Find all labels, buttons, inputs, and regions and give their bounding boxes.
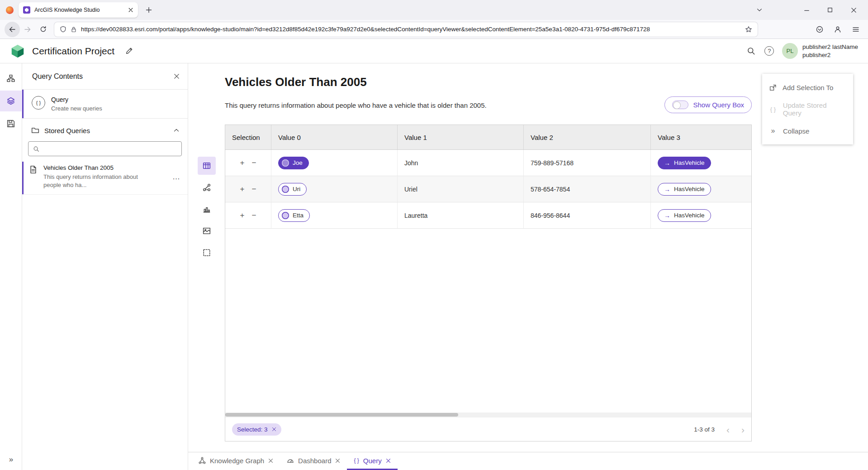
user-name: publisher2 lastName (802, 43, 858, 51)
close-panel-icon[interactable] (174, 73, 180, 79)
url-bar[interactable]: https://dev0028833.esri.com/portal/apps/… (54, 22, 758, 37)
menu-item-add-selection-to[interactable]: Add Selection To (762, 77, 853, 98)
link-chart-view-button[interactable] (198, 178, 216, 197)
clear-selection-icon[interactable] (272, 427, 276, 432)
column-header[interactable]: Value 2 (524, 125, 651, 149)
show-query-box-toggle[interactable]: Show Query Box (664, 96, 752, 113)
remove-from-selection-button[interactable]: − (252, 159, 256, 167)
braces-icon: { } (32, 96, 45, 110)
query-description: This query returns information about peo… (225, 101, 487, 109)
menu-item-update-stored-query[interactable]: { } Update Stored Query (762, 98, 853, 120)
account-icon (834, 26, 841, 33)
overflow-menu-icon[interactable]: … (172, 173, 180, 182)
stored-query-item[interactable]: Vehicles Older Than 2005 This query retu… (22, 163, 188, 195)
new-query-item[interactable]: { } Query Create new queries (22, 90, 188, 119)
table-view-button[interactable] (198, 157, 216, 175)
chevron-up-icon[interactable] (173, 127, 180, 134)
tab-knowledge-graph[interactable]: Knowledge Graph (192, 452, 280, 470)
url-text[interactable]: https://dev0028833.esri.com/portal/apps/… (81, 26, 741, 33)
rail-item-save[interactable] (0, 113, 22, 134)
help-button[interactable]: ? (760, 42, 778, 60)
shield-icon[interactable] (60, 26, 66, 33)
new-tab-button[interactable] (142, 3, 156, 17)
project-title: Certification Project (32, 46, 114, 57)
cell-value-1: Uriel (398, 176, 524, 202)
new-query-title: Query (51, 96, 102, 103)
user-info[interactable]: publisher2 lastName publisher2 (802, 43, 858, 59)
pocket-button[interactable] (812, 22, 827, 37)
minimize-button[interactable] (797, 2, 816, 18)
rail-item-contents[interactable] (0, 91, 22, 111)
user-avatar[interactable]: PL (782, 43, 798, 59)
chart-view-button[interactable] (198, 200, 216, 218)
reload-button[interactable] (35, 22, 51, 37)
close-tab-icon[interactable] (268, 458, 273, 463)
entity-pill[interactable]: Uri (278, 183, 307, 196)
toggle-switch-icon[interactable] (672, 101, 688, 109)
query-document-icon (29, 165, 38, 174)
selected-count-chip[interactable]: Selected: 3 (232, 423, 281, 436)
forward-button[interactable] (20, 22, 35, 37)
add-to-selection-button[interactable]: + (240, 185, 245, 193)
plus-icon (146, 7, 152, 13)
browser-window: ArcGIS Knowledge Studio (0, 0, 868, 470)
add-to-selection-button[interactable]: + (240, 159, 245, 167)
pagination-range: 1-3 of 3 (694, 426, 715, 433)
close-window-button[interactable] (844, 2, 863, 18)
tab-close-icon[interactable] (128, 7, 133, 13)
maximize-button[interactable] (820, 2, 840, 18)
select-tool-button[interactable] (198, 244, 216, 262)
relationship-pill[interactable]: → HasVehicle (658, 157, 711, 169)
show-query-box-label: Show Query Box (693, 101, 744, 109)
result-view-toolbar (198, 157, 216, 262)
entity-pill[interactable]: Joe (278, 157, 309, 169)
stored-queries-header[interactable]: Stored Queries (22, 119, 188, 139)
edit-pencil-icon[interactable] (125, 47, 133, 55)
column-header[interactable]: Value 3 (651, 125, 751, 149)
selection-context-menu: Add Selection To { } Update Stored Query… (762, 74, 853, 144)
scrollbar-thumb[interactable] (225, 413, 458, 417)
remove-from-selection-button[interactable]: − (252, 211, 256, 219)
remove-from-selection-button[interactable]: − (252, 185, 256, 193)
close-tab-icon[interactable] (386, 458, 391, 463)
column-header[interactable]: Value 0 (271, 125, 398, 149)
map-image-icon (203, 227, 211, 235)
next-page-button[interactable]: › (741, 425, 745, 434)
menu-item-collapse[interactable]: » Collapse (762, 120, 853, 142)
tab-dashboard[interactable]: Dashboard (280, 452, 347, 470)
new-query-subtitle: Create new queries (51, 105, 102, 112)
map-view-button[interactable] (198, 222, 216, 240)
stored-queries-search-input[interactable] (43, 145, 177, 153)
previous-page-button[interactable]: ‹ (726, 425, 730, 434)
bookmark-star-icon[interactable] (745, 26, 752, 33)
expand-rail-button[interactable]: » (0, 453, 22, 466)
account-button[interactable] (830, 22, 845, 37)
cell-value-1: Lauretta (398, 202, 524, 228)
column-header[interactable]: Value 1 (398, 125, 524, 149)
relationship-pill[interactable]: → HasVehicle (658, 183, 711, 196)
horizontal-scrollbar[interactable] (225, 412, 751, 417)
query-viewer: Vehicles Older Than 2005 This query retu… (188, 63, 868, 452)
relationship-pill[interactable]: → HasVehicle (658, 209, 711, 222)
stored-queries-search (28, 141, 182, 156)
layers-icon (7, 97, 15, 105)
tab-query[interactable]: { } Query (347, 452, 397, 470)
list-all-tabs-button[interactable] (749, 2, 769, 18)
lock-icon[interactable] (71, 26, 77, 33)
close-tab-icon[interactable] (335, 458, 340, 463)
rail-item-data-model[interactable] (0, 68, 22, 89)
column-header[interactable]: Selection (225, 125, 271, 149)
chart-icon (203, 205, 211, 213)
entity-pill[interactable]: Etta (278, 209, 310, 222)
arrow-right-icon (24, 26, 31, 33)
tab-label: Dashboard (298, 457, 331, 465)
table-row: + − Etta Lauretta 846-956-8644 (225, 202, 751, 229)
browser-tab[interactable]: ArcGIS Knowledge Studio (19, 2, 138, 18)
search-button[interactable] (742, 42, 760, 60)
app-menu-button[interactable] (848, 22, 863, 37)
back-button[interactable] (5, 22, 20, 37)
action-rail: » (0, 63, 22, 470)
stored-query-title: Vehicles Older Than 2005 (43, 164, 141, 171)
query-title: Vehicles Older Than 2005 (225, 75, 367, 89)
add-to-selection-button[interactable]: + (240, 211, 245, 219)
